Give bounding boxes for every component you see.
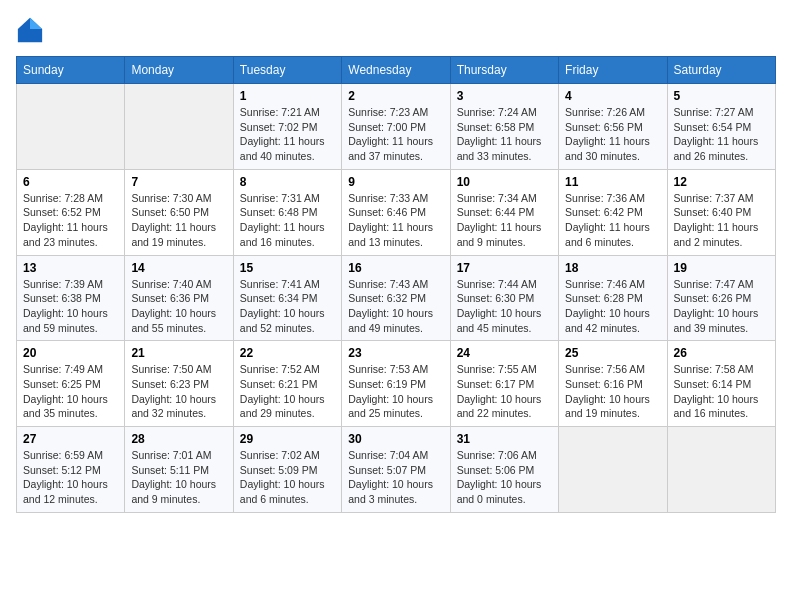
day-info: Sunrise: 7:33 AMSunset: 6:46 PMDaylight:… [348,191,443,250]
day-info: Sunrise: 7:46 AMSunset: 6:28 PMDaylight:… [565,277,660,336]
day-header-thursday: Thursday [450,57,558,84]
day-number: 15 [240,261,335,275]
day-number: 5 [674,89,769,103]
calendar-cell [667,427,775,513]
day-info: Sunrise: 7:02 AMSunset: 5:09 PMDaylight:… [240,448,335,507]
day-info: Sunrise: 7:21 AMSunset: 7:02 PMDaylight:… [240,105,335,164]
day-number: 19 [674,261,769,275]
calendar-cell: 29Sunrise: 7:02 AMSunset: 5:09 PMDayligh… [233,427,341,513]
day-info: Sunrise: 7:30 AMSunset: 6:50 PMDaylight:… [131,191,226,250]
calendar-week-row: 6Sunrise: 7:28 AMSunset: 6:52 PMDaylight… [17,169,776,255]
calendar-cell: 12Sunrise: 7:37 AMSunset: 6:40 PMDayligh… [667,169,775,255]
day-number: 13 [23,261,118,275]
day-info: Sunrise: 7:40 AMSunset: 6:36 PMDaylight:… [131,277,226,336]
day-info: Sunrise: 7:23 AMSunset: 7:00 PMDaylight:… [348,105,443,164]
day-number: 2 [348,89,443,103]
calendar-cell: 22Sunrise: 7:52 AMSunset: 6:21 PMDayligh… [233,341,341,427]
calendar-cell: 28Sunrise: 7:01 AMSunset: 5:11 PMDayligh… [125,427,233,513]
day-number: 9 [348,175,443,189]
page-header [16,16,776,44]
calendar-table: SundayMondayTuesdayWednesdayThursdayFrid… [16,56,776,513]
calendar-week-row: 27Sunrise: 6:59 AMSunset: 5:12 PMDayligh… [17,427,776,513]
day-number: 31 [457,432,552,446]
day-info: Sunrise: 7:37 AMSunset: 6:40 PMDaylight:… [674,191,769,250]
day-info: Sunrise: 7:55 AMSunset: 6:17 PMDaylight:… [457,362,552,421]
day-number: 1 [240,89,335,103]
day-info: Sunrise: 7:53 AMSunset: 6:19 PMDaylight:… [348,362,443,421]
day-info: Sunrise: 7:27 AMSunset: 6:54 PMDaylight:… [674,105,769,164]
calendar-cell: 19Sunrise: 7:47 AMSunset: 6:26 PMDayligh… [667,255,775,341]
day-number: 7 [131,175,226,189]
day-header-tuesday: Tuesday [233,57,341,84]
day-number: 27 [23,432,118,446]
day-header-saturday: Saturday [667,57,775,84]
day-number: 25 [565,346,660,360]
calendar-cell: 9Sunrise: 7:33 AMSunset: 6:46 PMDaylight… [342,169,450,255]
day-header-wednesday: Wednesday [342,57,450,84]
day-header-monday: Monday [125,57,233,84]
calendar-cell: 30Sunrise: 7:04 AMSunset: 5:07 PMDayligh… [342,427,450,513]
calendar-cell: 13Sunrise: 7:39 AMSunset: 6:38 PMDayligh… [17,255,125,341]
calendar-cell: 27Sunrise: 6:59 AMSunset: 5:12 PMDayligh… [17,427,125,513]
day-info: Sunrise: 7:28 AMSunset: 6:52 PMDaylight:… [23,191,118,250]
day-info: Sunrise: 7:52 AMSunset: 6:21 PMDaylight:… [240,362,335,421]
calendar-cell: 24Sunrise: 7:55 AMSunset: 6:17 PMDayligh… [450,341,558,427]
day-info: Sunrise: 7:04 AMSunset: 5:07 PMDaylight:… [348,448,443,507]
calendar-cell: 21Sunrise: 7:50 AMSunset: 6:23 PMDayligh… [125,341,233,427]
day-number: 28 [131,432,226,446]
calendar-cell: 15Sunrise: 7:41 AMSunset: 6:34 PMDayligh… [233,255,341,341]
day-number: 18 [565,261,660,275]
calendar-week-row: 13Sunrise: 7:39 AMSunset: 6:38 PMDayligh… [17,255,776,341]
calendar-cell: 1Sunrise: 7:21 AMSunset: 7:02 PMDaylight… [233,84,341,170]
calendar-cell: 17Sunrise: 7:44 AMSunset: 6:30 PMDayligh… [450,255,558,341]
day-info: Sunrise: 7:58 AMSunset: 6:14 PMDaylight:… [674,362,769,421]
calendar-cell: 16Sunrise: 7:43 AMSunset: 6:32 PMDayligh… [342,255,450,341]
day-info: Sunrise: 7:47 AMSunset: 6:26 PMDaylight:… [674,277,769,336]
calendar-cell: 20Sunrise: 7:49 AMSunset: 6:25 PMDayligh… [17,341,125,427]
logo-icon [16,16,44,44]
day-info: Sunrise: 7:56 AMSunset: 6:16 PMDaylight:… [565,362,660,421]
day-info: Sunrise: 7:31 AMSunset: 6:48 PMDaylight:… [240,191,335,250]
day-number: 11 [565,175,660,189]
calendar-cell: 23Sunrise: 7:53 AMSunset: 6:19 PMDayligh… [342,341,450,427]
calendar-header-row: SundayMondayTuesdayWednesdayThursdayFrid… [17,57,776,84]
day-info: Sunrise: 7:50 AMSunset: 6:23 PMDaylight:… [131,362,226,421]
calendar-cell: 11Sunrise: 7:36 AMSunset: 6:42 PMDayligh… [559,169,667,255]
day-number: 3 [457,89,552,103]
calendar-cell: 8Sunrise: 7:31 AMSunset: 6:48 PMDaylight… [233,169,341,255]
calendar-cell: 2Sunrise: 7:23 AMSunset: 7:00 PMDaylight… [342,84,450,170]
day-info: Sunrise: 6:59 AMSunset: 5:12 PMDaylight:… [23,448,118,507]
day-number: 29 [240,432,335,446]
svg-marker-1 [30,18,42,29]
day-number: 12 [674,175,769,189]
day-info: Sunrise: 7:49 AMSunset: 6:25 PMDaylight:… [23,362,118,421]
day-number: 8 [240,175,335,189]
day-info: Sunrise: 7:44 AMSunset: 6:30 PMDaylight:… [457,277,552,336]
calendar-cell [17,84,125,170]
day-number: 20 [23,346,118,360]
calendar-cell: 10Sunrise: 7:34 AMSunset: 6:44 PMDayligh… [450,169,558,255]
day-number: 30 [348,432,443,446]
calendar-cell: 26Sunrise: 7:58 AMSunset: 6:14 PMDayligh… [667,341,775,427]
calendar-cell: 3Sunrise: 7:24 AMSunset: 6:58 PMDaylight… [450,84,558,170]
calendar-cell: 31Sunrise: 7:06 AMSunset: 5:06 PMDayligh… [450,427,558,513]
day-info: Sunrise: 7:41 AMSunset: 6:34 PMDaylight:… [240,277,335,336]
calendar-week-row: 1Sunrise: 7:21 AMSunset: 7:02 PMDaylight… [17,84,776,170]
logo [16,16,48,44]
day-number: 26 [674,346,769,360]
day-info: Sunrise: 7:34 AMSunset: 6:44 PMDaylight:… [457,191,552,250]
day-header-sunday: Sunday [17,57,125,84]
calendar-cell: 6Sunrise: 7:28 AMSunset: 6:52 PMDaylight… [17,169,125,255]
calendar-cell [559,427,667,513]
calendar-cell: 25Sunrise: 7:56 AMSunset: 6:16 PMDayligh… [559,341,667,427]
day-header-friday: Friday [559,57,667,84]
day-info: Sunrise: 7:06 AMSunset: 5:06 PMDaylight:… [457,448,552,507]
calendar-cell: 18Sunrise: 7:46 AMSunset: 6:28 PMDayligh… [559,255,667,341]
day-number: 21 [131,346,226,360]
day-info: Sunrise: 7:43 AMSunset: 6:32 PMDaylight:… [348,277,443,336]
calendar-cell: 14Sunrise: 7:40 AMSunset: 6:36 PMDayligh… [125,255,233,341]
day-number: 14 [131,261,226,275]
day-number: 6 [23,175,118,189]
day-info: Sunrise: 7:24 AMSunset: 6:58 PMDaylight:… [457,105,552,164]
day-info: Sunrise: 7:39 AMSunset: 6:38 PMDaylight:… [23,277,118,336]
